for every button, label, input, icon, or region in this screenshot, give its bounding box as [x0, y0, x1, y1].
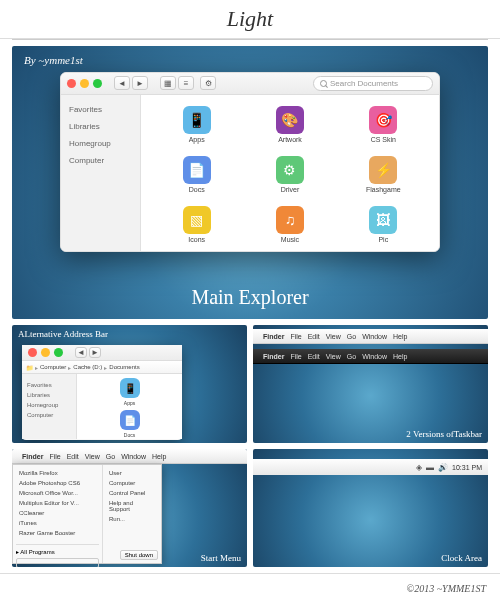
menu-item[interactable]: File	[290, 353, 301, 360]
start-menu-item[interactable]: iTunes	[16, 518, 99, 528]
minimize-icon[interactable]	[80, 79, 89, 88]
sidebar-item[interactable]: Favorites	[22, 380, 76, 390]
file-item[interactable]: ♫Music	[244, 201, 335, 249]
menu-item[interactable]: Help	[152, 453, 166, 460]
breadcrumb[interactable]: Computer	[40, 364, 66, 370]
sidebar: FavoritesLibrariesHomegroupComputer	[61, 95, 141, 252]
menu-item[interactable]: File	[290, 333, 301, 340]
start-menu-item[interactable]: Multiplus Editor for V...	[16, 498, 99, 508]
sidebar-item[interactable]: Libraries	[61, 118, 140, 135]
close-icon[interactable]	[28, 348, 37, 357]
view-icon-button[interactable]: ▦	[160, 76, 176, 90]
menu-item[interactable]: Edit	[308, 333, 320, 340]
page-header: Light	[0, 0, 500, 39]
menu-item[interactable]: View	[326, 333, 341, 340]
sidebar-item[interactable]: Computer	[22, 410, 76, 420]
menu-item[interactable]: File	[49, 453, 60, 460]
forward-button[interactable]: ►	[89, 347, 101, 358]
file-label: CS Skin	[371, 136, 396, 143]
file-item[interactable]: 📱Apps	[80, 377, 179, 407]
menu-item[interactable]: Window	[362, 333, 387, 340]
start-menu[interactable]: Mozilla FirefoxAdobe Photoshop CS6Micros…	[12, 464, 162, 564]
titlebar[interactable]: ◄ ► ▦ ≡ ⚙ Search Documents	[61, 73, 439, 95]
maximize-icon[interactable]	[54, 348, 63, 357]
file-item[interactable]: ⚡Flashgame	[338, 151, 429, 199]
file-icon: 🖼	[369, 206, 397, 234]
sidebar-item[interactable]: Computer	[61, 152, 140, 169]
file-item[interactable]: 📱Apps	[151, 101, 242, 149]
menu-item[interactable]: Window	[121, 453, 146, 460]
action-button[interactable]: ⚙	[200, 76, 216, 90]
menu-item[interactable]: Edit	[308, 353, 320, 360]
start-menu-item[interactable]: Help and Support	[106, 498, 158, 514]
file-item[interactable]: 🖼Pic	[338, 201, 429, 249]
volume-icon[interactable]: 🔊	[438, 463, 448, 472]
breadcrumb[interactable]: Documents	[109, 364, 139, 370]
theme-title: Light	[0, 6, 500, 32]
all-programs[interactable]: ▸ All Programs	[16, 544, 99, 555]
close-icon[interactable]	[67, 79, 76, 88]
menu-item[interactable]: Go	[347, 353, 356, 360]
sidebar-item[interactable]: Homegroup	[22, 400, 76, 410]
file-item[interactable]: 📄Docs	[151, 151, 242, 199]
start-menu-item[interactable]: Mozilla Firefox	[16, 468, 99, 478]
menubar-light[interactable]: FinderFileEditViewGoWindowHelp	[253, 329, 488, 344]
breadcrumb[interactable]: Cache (D:)	[73, 364, 102, 370]
sidebar-item[interactable]: Homegroup	[61, 135, 140, 152]
start-search-input[interactable]	[16, 558, 99, 567]
start-menu-item[interactable]: Razer Game Booster	[16, 528, 99, 538]
file-icon: 📱	[120, 378, 140, 398]
start-menu-item[interactable]: Computer	[106, 478, 158, 488]
file-icon: ▧	[183, 206, 211, 234]
minimize-icon[interactable]	[41, 348, 50, 357]
menubar-dark[interactable]: FinderFileEditViewGoWindowHelp	[253, 349, 488, 364]
file-icon: ⚡	[369, 156, 397, 184]
address-bar[interactable]: 📁▸Computer▸Cache (D:)▸Documents	[22, 361, 182, 374]
start-menu-item[interactable]: User	[106, 468, 158, 478]
start-menu-item[interactable]: Microsoft Office Wor...	[16, 488, 99, 498]
wifi-icon[interactable]: ◈	[416, 463, 422, 472]
menu-item[interactable]: View	[85, 453, 100, 460]
sidebar-item[interactable]: Libraries	[22, 390, 76, 400]
menu-item[interactable]: Window	[362, 353, 387, 360]
menu-item[interactable]: Edit	[67, 453, 79, 460]
file-item[interactable]: 📄Docs	[80, 409, 179, 439]
menu-item[interactable]: Finder	[263, 333, 284, 340]
finder-window[interactable]: ◄ ► ▦ ≡ ⚙ Search Documents FavoritesLibr…	[60, 72, 440, 252]
view-list-button[interactable]: ≡	[178, 76, 194, 90]
start-menu-item[interactable]: Control Panel	[106, 488, 158, 498]
menu-item[interactable]: Help	[393, 353, 407, 360]
battery-icon[interactable]: ▬	[426, 463, 434, 472]
copyright: ©2013 ~YMME1ST	[407, 583, 486, 594]
addr-window[interactable]: ◄ ► 📁▸Computer▸Cache (D:)▸Documents Favo…	[22, 345, 182, 440]
start-menu-item[interactable]: Run...	[106, 514, 158, 524]
menu-item[interactable]: Go	[106, 453, 115, 460]
back-button[interactable]: ◄	[75, 347, 87, 358]
back-button[interactable]: ◄	[114, 76, 130, 90]
titlebar[interactable]: ◄ ►	[22, 345, 182, 361]
menu-item[interactable]: Go	[347, 333, 356, 340]
forward-button[interactable]: ►	[132, 76, 148, 90]
start-caption: Start Menu	[201, 553, 241, 563]
file-label: Docs	[189, 186, 205, 193]
sidebar-item[interactable]: Favorites	[61, 101, 140, 118]
file-item[interactable]: ▧Icons	[151, 201, 242, 249]
menu-item[interactable]: Help	[393, 333, 407, 340]
file-label: Driver	[281, 186, 300, 193]
file-label: Docs	[124, 432, 135, 438]
maximize-icon[interactable]	[93, 79, 102, 88]
search-input[interactable]: Search Documents	[313, 76, 433, 91]
clock-time[interactable]: 10:31 PM	[452, 464, 482, 471]
clock-panel: ◈ ▬ 🔊 10:31 PM Clock Area	[253, 449, 488, 567]
menubar[interactable]: FinderFileEditViewGoWindowHelp	[12, 449, 247, 464]
menu-item[interactable]: Finder	[263, 353, 284, 360]
file-item[interactable]: ⚙Driver	[244, 151, 335, 199]
main-caption: Main Explorer	[12, 286, 488, 309]
file-item[interactable]: 🎯CS Skin	[338, 101, 429, 149]
file-item[interactable]: 🎨Artwork	[244, 101, 335, 149]
start-menu-item[interactable]: CCleaner	[16, 508, 99, 518]
menu-item[interactable]: View	[326, 353, 341, 360]
start-menu-item[interactable]: Adobe Photoshop CS6	[16, 478, 99, 488]
shutdown-button[interactable]: Shut down	[120, 550, 158, 560]
menu-item[interactable]: Finder	[22, 453, 43, 460]
